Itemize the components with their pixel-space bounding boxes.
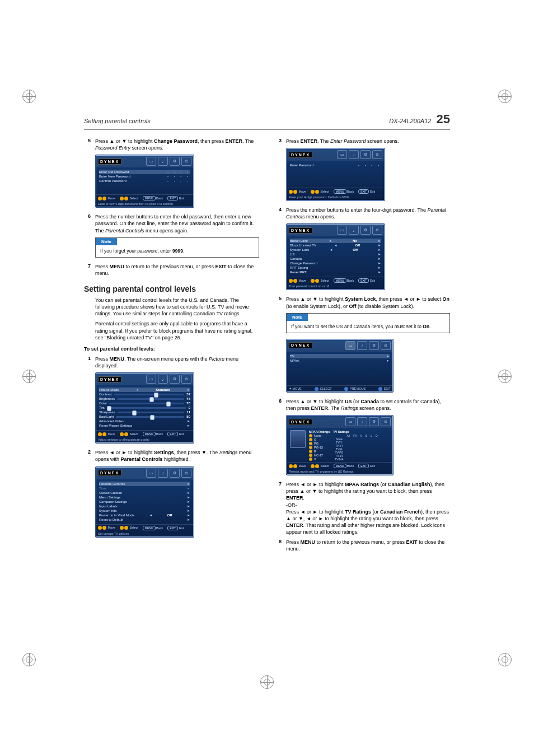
tv-icon: ▭ — [146, 469, 156, 478]
settings-icon: ⚙ — [170, 469, 180, 478]
step-6: 6 Press the number buttons to enter the … — [84, 213, 259, 234]
registration-mark — [260, 675, 274, 689]
audio-icon: ♪ — [158, 469, 168, 478]
step-3: 3 Press ENTER. The Enter Password screen… — [275, 138, 450, 144]
thumbnail-icon — [290, 430, 306, 448]
note-body: If you forget your password, enter 9999. — [96, 245, 259, 257]
step-2: 2 Press ◄ or ► to highlight Settings, th… — [84, 449, 259, 463]
osd-settings-menu: DYNEX ▭ ♪ ⚙ ⊘ Parental Controls► Time► C… — [95, 466, 194, 538]
step-5: 5 Press ▲ or ▼ to highlight Change Passw… — [84, 138, 259, 151]
step-text: Press ▲ or ▼ to highlight Change Passwor… — [95, 138, 259, 151]
osd-enter-password: DYNEX ▭♪⚙⊘ Enter Password- - - - Move Se… — [286, 148, 385, 201]
paragraph: Parental control settings are only appli… — [84, 320, 259, 340]
paragraph: You can set parental control levels for … — [84, 297, 259, 317]
registration-mark — [498, 370, 512, 383]
content-area: Setting parental controls DX-24L200A12 2… — [84, 112, 450, 556]
settings-icon: ⚙ — [170, 157, 180, 166]
registration-mark — [22, 370, 36, 383]
tv-icon: ▭ — [146, 157, 156, 166]
registration-mark — [498, 653, 512, 666]
parental-icon: ⊘ — [181, 469, 191, 478]
osd-picture-menu: DYNEX ▭ ♪ ⚙ ⊘ Picture Mode◄Standard► Con… — [95, 372, 194, 444]
page-header: Setting parental controls DX-24L200A12 2… — [84, 112, 450, 130]
columns: 5 Press ▲ or ▼ to highlight Change Passw… — [84, 138, 450, 556]
note-tab: Note — [96, 238, 117, 245]
osd-parental-controls: DYNEX ▭♪⚙⊘ Button Lock◄No► Block Unrated… — [286, 223, 385, 290]
osd-change-password: DYNEX ▭ ♪ ⚙ ⊘ Enter Old Password- - - - … — [95, 155, 194, 208]
header-right: DX-24L200A12 25 — [389, 112, 450, 127]
settings-icon: ⚙ — [170, 375, 180, 384]
registration-mark — [498, 90, 512, 103]
section-heading: Setting parental control levels — [84, 284, 259, 293]
step-7-right: 7 Press ◄ or ► to highlight MPAA Ratings… — [275, 481, 450, 535]
registration-mark — [22, 90, 36, 103]
subheading: To set parental control levels: — [84, 346, 259, 352]
step-1: 1 Press MENU. The on-screen menu opens w… — [84, 356, 259, 369]
step-4: 4 Press the number buttons to enter the … — [275, 207, 450, 220]
parental-icon: ⊘ — [181, 157, 191, 166]
section-title: Setting parental controls — [84, 118, 151, 124]
step-8: 8 Press MENU to return to the previous m… — [275, 539, 450, 552]
page-number: 25 — [433, 112, 450, 126]
osd-ratings: DYNEX ▭♪⚙⊘ MPAA Ratings None G PG PG-13 — [286, 415, 394, 475]
step-6-right: 6 Press ▲ or ▼ to highlight US (or Canad… — [275, 398, 450, 412]
step-5-right: 5 Press ▲ or ▼ to highlight System Lock,… — [275, 296, 450, 309]
step-number: 5 — [84, 138, 91, 151]
note-box: Note If you want to set the US and Canad… — [286, 313, 450, 333]
audio-icon: ♪ — [158, 375, 168, 384]
step-7: 7 Press MENU to return to the previous m… — [84, 263, 259, 277]
osd-us-menu: DYNEX ▭♪⚙⊘ TV► MPAA► ✦ MOVE SELECT PREVI… — [286, 339, 394, 393]
brand-logo: DYNEX — [98, 158, 121, 165]
note-box: Note If you forget your password, enter … — [95, 237, 259, 258]
registration-mark — [22, 653, 36, 666]
model-number: DX-24L200A12 — [389, 118, 431, 124]
page: Setting parental controls DX-24L200A12 2… — [0, 0, 534, 756]
audio-icon: ♪ — [158, 157, 168, 166]
left-column: 5 Press ▲ or ▼ to highlight Change Passw… — [84, 138, 259, 556]
right-column: 3 Press ENTER. The Enter Password screen… — [275, 138, 450, 556]
parental-icon: ⊘ — [181, 375, 191, 384]
tv-icon: ▭ — [146, 375, 156, 384]
